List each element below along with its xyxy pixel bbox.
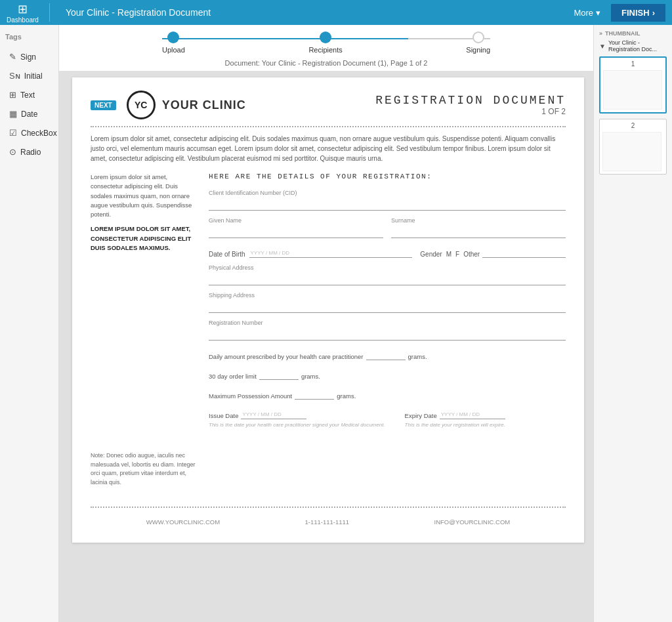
gender-m[interactable]: M bbox=[446, 251, 452, 258]
step-signing: Signing bbox=[466, 31, 490, 54]
chevron-right-icon: › bbox=[652, 8, 655, 18]
chevron-right-icon: » bbox=[599, 30, 602, 37]
issue-date-line[interactable]: YYYY / MM / DD bbox=[241, 406, 306, 419]
bottom-section: Note: Donec odio augue, iaculis nec male… bbox=[91, 438, 566, 487]
dashboard-button[interactable]: ⊞ Dashboard bbox=[7, 2, 39, 24]
doc-header: NEXT YC YOUR CLINIC REGISTRATION DOCUMEN… bbox=[91, 91, 566, 119]
physical-label: Physical Address bbox=[209, 264, 566, 271]
top-navigation: ⊞ Dashboard Your Clinic - Registration D… bbox=[0, 0, 672, 25]
physical-line[interactable] bbox=[209, 272, 566, 285]
next-badge: NEXT bbox=[91, 100, 116, 110]
daily-amount-line[interactable] bbox=[366, 347, 406, 360]
max-possession-line[interactable] bbox=[295, 386, 334, 400]
doc-page: NEXT YC YOUR CLINIC REGISTRATION DOCUMEN… bbox=[72, 77, 584, 543]
nav-right: More ▾ FINISH › bbox=[568, 4, 665, 22]
reg-number-field: Registration Number bbox=[209, 320, 566, 341]
max-possession-unit: grams. bbox=[337, 392, 356, 400]
right-col: HERE ARE THE DETAILS OF YOUR REGISTRATIO… bbox=[209, 173, 566, 432]
initial-label: Initial bbox=[24, 72, 43, 81]
sidebar-item-sign[interactable]: ✎ Sign bbox=[5, 49, 53, 65]
dob-input-wrap: YYYY / MM / DD bbox=[249, 245, 413, 258]
thumbnail-page-1[interactable]: 1 bbox=[599, 56, 667, 114]
bottom-note: Note: Donec odio augue, iaculis nec male… bbox=[91, 451, 196, 487]
expiry-date-label: Expiry Date bbox=[405, 412, 437, 419]
surname-label: Surname bbox=[391, 217, 566, 224]
expiry-date-line[interactable]: YYYY / MM / DD bbox=[440, 406, 505, 419]
gender-f[interactable]: F bbox=[455, 251, 459, 258]
step-signing-dot bbox=[472, 31, 484, 43]
thumb-page2-num: 2 bbox=[602, 122, 663, 129]
thumbnail-label: THUMBNAIL bbox=[605, 30, 640, 37]
step-recipients-dot bbox=[320, 31, 331, 43]
dashboard-icon: ⊞ bbox=[18, 2, 28, 16]
max-possession-row: Maximum Possession Amount grams. bbox=[209, 386, 566, 400]
order-limit-row: 30 day order limit grams. bbox=[209, 367, 566, 380]
step-upload-dot bbox=[167, 31, 179, 43]
text-icon: ⊞ bbox=[9, 90, 16, 100]
step-recipients: Recipients bbox=[308, 31, 342, 54]
doc-outer: NEXT YC YOUR CLINIC REGISTRATION DOCUMEN… bbox=[59, 71, 593, 622]
progress-steps: Upload Recipients Signing bbox=[162, 31, 490, 54]
date-icon: ▦ bbox=[9, 109, 17, 119]
order-limit-line[interactable] bbox=[259, 367, 299, 380]
expiry-date-placeholder: YYYY / MM / DD bbox=[441, 411, 480, 417]
dob-placeholder: YYYY / MM / DD bbox=[251, 250, 289, 256]
gender-other-line[interactable] bbox=[482, 245, 566, 258]
gender-group: Gender M F Other bbox=[420, 245, 566, 258]
reg-number-line[interactable] bbox=[209, 327, 566, 341]
step-upload: Upload bbox=[162, 31, 185, 54]
progress-line-fill bbox=[162, 38, 408, 39]
sidebar-item-date[interactable]: ▦ Date bbox=[5, 106, 53, 122]
shipping-line[interactable] bbox=[209, 300, 566, 313]
expiry-date-input: Expiry Date YYYY / MM / DD bbox=[405, 406, 505, 419]
order-limit-unit: grams. bbox=[301, 373, 320, 380]
shipping-label: Shipping Address bbox=[209, 292, 566, 299]
thumbnail-title: » THUMBNAIL bbox=[599, 30, 667, 37]
finish-button[interactable]: FINISH › bbox=[611, 4, 665, 22]
tree-item-label: Your Clinic - Registration Doc... bbox=[608, 39, 667, 52]
step-upload-label: Upload bbox=[162, 46, 185, 54]
logo-area: NEXT YC YOUR CLINIC bbox=[91, 91, 246, 119]
max-possession-label: Maximum Possession Amount bbox=[209, 392, 292, 400]
center-content: Upload Recipients Signing Document: Your… bbox=[59, 25, 593, 622]
sidebar-item-checkbox[interactable]: ☑ CheckBox bbox=[5, 125, 53, 141]
cid-line[interactable] bbox=[209, 197, 566, 211]
left-col-text: Lorem ipsum dolor sit amet, consectetur … bbox=[91, 173, 196, 219]
radio-icon: ⊙ bbox=[9, 147, 16, 157]
footer-phone: 1-111-111-1111 bbox=[305, 518, 350, 526]
radio-label: Radio bbox=[20, 148, 41, 157]
progress-area: Upload Recipients Signing Document: Your… bbox=[59, 25, 593, 71]
order-limit-label: 30 day order limit bbox=[209, 373, 257, 380]
thumbnail-page-2[interactable]: 2 bbox=[599, 119, 667, 175]
sidebar-item-radio[interactable]: ⊙ Radio bbox=[5, 144, 53, 160]
initial-icon: Sɴ bbox=[9, 71, 20, 81]
reg-title-text: REGISTRATION DOCUMENT bbox=[375, 94, 566, 107]
chevron-down-icon: ▾ bbox=[596, 8, 600, 18]
physical-address-field: Physical Address bbox=[209, 264, 566, 285]
thumbnail-tree-item: ▼ Your Clinic - Registration Doc... bbox=[599, 39, 667, 52]
reg-page: 1 OF 2 bbox=[375, 107, 566, 116]
footer-links: WWW.YOURCLINIC.COM 1-111-111-1111 INFO@Y… bbox=[91, 514, 566, 529]
sidebar-item-initial[interactable]: Sɴ Initial bbox=[5, 68, 53, 84]
sidebar-item-text[interactable]: ⊞ Text bbox=[5, 87, 53, 103]
divider-bottom bbox=[91, 507, 566, 508]
issue-date-input: Issue Date YYYY / MM / DD bbox=[209, 406, 385, 419]
surname-line[interactable] bbox=[391, 225, 566, 238]
sign-label: Sign bbox=[20, 52, 36, 62]
step-signing-label: Signing bbox=[466, 46, 490, 54]
left-col-bold: LOREM IPSUM DOLOR SIT AMET, CONSECTETUR … bbox=[91, 224, 196, 253]
expiry-date-block: Expiry Date YYYY / MM / DD This is the d… bbox=[405, 406, 505, 428]
more-button[interactable]: More ▾ bbox=[568, 5, 606, 20]
dob-gender-row: Date of Birth YYYY / MM / DD Gender M bbox=[209, 245, 566, 258]
expiry-date-note: This is the date your registration will … bbox=[405, 422, 505, 428]
clinic-name: YOUR CLINIC bbox=[162, 98, 246, 112]
bottom-left: Note: Donec odio augue, iaculis nec male… bbox=[91, 438, 196, 487]
gender-other-group: Other bbox=[463, 245, 566, 258]
given-name-line[interactable] bbox=[209, 225, 383, 238]
tree-arrow: ▼ bbox=[599, 43, 606, 50]
dob-line[interactable]: YYYY / MM / DD bbox=[249, 245, 413, 258]
right-sidebar: » THUMBNAIL ▼ Your Clinic - Registration… bbox=[593, 25, 672, 622]
tags-label: Tags bbox=[5, 33, 53, 41]
dob-label: Date of Birth bbox=[209, 251, 245, 258]
daily-amount-row: Daily amount prescribed by your health c… bbox=[209, 347, 566, 360]
